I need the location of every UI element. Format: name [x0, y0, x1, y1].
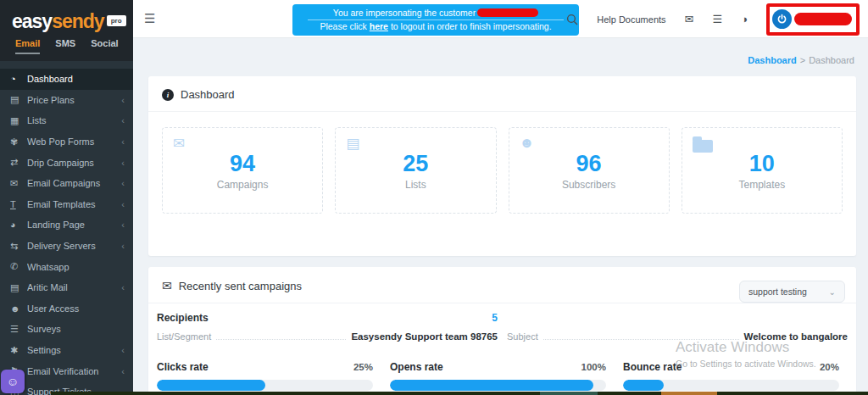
subject-row: Subject Welcome to bangalore: [507, 331, 848, 351]
details-left-column: Recipients 5 List/Segment Easysendy Supp…: [157, 312, 498, 351]
tab-sms[interactable]: SMS: [55, 38, 75, 54]
redacted-customer-name: [477, 8, 538, 17]
mail-icon[interactable]: ✉: [685, 14, 694, 25]
stat-value: 94: [163, 152, 322, 177]
help-documents-link[interactable]: Help Documents: [597, 14, 665, 25]
sidebar-item-user-access[interactable]: ☻ User Access: [0, 298, 133, 320]
top-header: ☰ You are impersonating the customer Ple…: [133, 0, 868, 38]
stat-label: Subscribers: [509, 179, 669, 191]
pro-badge: pro: [107, 15, 126, 26]
annotation-highlight-box: [766, 3, 860, 36]
sidebar-item-email-templates[interactable]: T Email Templates ‹: [0, 194, 133, 215]
header-actions: Help Documents ✉ ☰ ◑: [566, 0, 868, 38]
dashboard-icon: ◔: [10, 74, 27, 84]
sidebar-item-label: Settings: [27, 345, 121, 355]
chat-widget-button[interactable]: ☺: [1, 370, 25, 393]
price-plans-icon: ▤: [10, 94, 27, 105]
stat-campaigns[interactable]: ✉ 94 Campaigns: [162, 127, 323, 214]
clicks-rate-fill: [157, 380, 265, 391]
breadcrumb-current: Dashboard: [809, 55, 854, 65]
bounce-rate-value: 20%: [820, 362, 839, 372]
stats-row: ✉ 94 Campaigns ▤ 25 Lists ☻ 96 Subscribe…: [148, 112, 856, 229]
opens-rate-fill: [390, 380, 593, 391]
main-content: Dashboard>Dashboard i Dashboard ✉ 94 Cam…: [133, 38, 868, 395]
subject-value: Welcome to bangalore: [744, 331, 848, 342]
recipients-value[interactable]: 5: [492, 312, 498, 324]
activity-list-icon[interactable]: ☰: [712, 14, 722, 25]
stat-label: Lists: [336, 179, 495, 191]
logo-block: easysendypro Email SMS Social: [0, 0, 133, 61]
opens-rate-bar: [390, 380, 606, 391]
brand-logo[interactable]: easysendypro: [0, 7, 133, 35]
bounce-rate-label: Bounce rate: [623, 361, 682, 373]
opens-rate-block: Opens rate 100%: [390, 361, 606, 391]
hamburger-menu-icon[interactable]: ☰: [144, 11, 155, 26]
brand-name-suffix: sendy: [52, 10, 103, 32]
sidebar-item-label: Web Pop Forms: [27, 136, 121, 147]
sidebar-item-label: Email Verification: [27, 366, 121, 376]
envelope-icon: ✉: [173, 135, 185, 153]
tab-email[interactable]: Email: [15, 38, 40, 54]
aritic-mail-icon: ▤: [10, 282, 27, 293]
stat-lists[interactable]: ▤ 25 Lists: [335, 127, 496, 214]
email-campaigns-icon: ✉: [10, 178, 27, 189]
chevron-left-icon: ‹: [121, 282, 125, 292]
taskbar-edge-strip: [51, 392, 868, 395]
chevron-left-icon: ‹: [121, 158, 125, 168]
sidebar-item-label: Aritic Mail: [27, 282, 121, 292]
bounce-rate-block: Bounce rate 20%: [623, 361, 839, 391]
banner-line1: You are impersonating the customer: [292, 7, 579, 19]
tab-social[interactable]: Social: [91, 38, 118, 54]
chevron-left-icon: ‹: [121, 199, 125, 209]
sidebar-item-whatsapp[interactable]: ✆ Whatsapp: [0, 256, 133, 277]
sidebar-item-dashboard[interactable]: ◔ Dashboard: [0, 69, 133, 90]
clicks-rate-bar: [157, 380, 373, 391]
sidebar-item-label: Lists: [27, 115, 121, 125]
search-icon[interactable]: [566, 14, 578, 25]
sidebar-item-label: Landing Page: [27, 220, 121, 230]
envelope-icon: ✉: [162, 279, 172, 292]
contrast-toggle-icon[interactable]: ◑: [741, 14, 748, 25]
campaign-filter-select[interactable]: support testing ⌄: [739, 281, 845, 303]
sidebar-item-web-pop-forms[interactable]: ✾ Web Pop Forms ‹: [0, 131, 133, 153]
taskbar-segment: [540, 392, 598, 395]
sidebar-item-settings[interactable]: ✱ Settings ‹: [0, 340, 133, 361]
opens-rate-label: Opens rate: [390, 361, 443, 373]
list-segment-label: List/Segment: [157, 331, 211, 342]
power-logout-icon[interactable]: [772, 9, 792, 29]
clicks-rate-block: Clicks rate 25%: [157, 361, 373, 391]
list-segment-row: List/Segment Easysendy Support team 9876…: [157, 331, 498, 351]
breadcrumb: Dashboard>Dashboard: [748, 55, 854, 65]
sidebar-item-landing-page[interactable]: ◕ Landing Page ‹: [0, 214, 133, 236]
stat-value: 96: [509, 152, 669, 177]
sidebar-item-label: Delivery Servers: [27, 241, 121, 251]
chevron-left-icon: ‹: [121, 241, 125, 251]
chevron-down-icon: ⌄: [829, 287, 836, 297]
sidebar-item-surveys[interactable]: ☰ Surveys: [0, 319, 133, 340]
breadcrumb-dashboard-link[interactable]: Dashboard: [748, 55, 796, 65]
sidebar: easysendypro Email SMS Social ◔ Dashboar…: [0, 0, 133, 395]
clicks-rate-value: 25%: [353, 362, 373, 372]
channel-tabs: Email SMS Social: [0, 35, 133, 54]
sidebar-item-delivery-servers[interactable]: ⇆ Delivery Servers ‹: [0, 236, 133, 257]
clicks-rate-label: Clicks rate: [157, 361, 209, 373]
stat-templates[interactable]: 10 Templates: [682, 127, 843, 214]
sidebar-item-label: Whatsapp: [27, 262, 125, 272]
redacted-account-name: [794, 13, 852, 25]
bounce-rate-fill: [623, 380, 664, 391]
sidebar-item-aritic-mail[interactable]: ▤ Aritic Mail ‹: [0, 277, 133, 298]
sidebar-item-drip-campaigns[interactable]: ⇄ Drip Campaigns ‹: [0, 152, 133, 173]
subject-label: Subject: [507, 331, 538, 342]
sidebar-item-lists[interactable]: ▦ Lists ‹: [0, 110, 133, 131]
sidebar-item-label: Dashboard: [27, 74, 125, 84]
section-title: Recently sent campaigns: [179, 280, 302, 292]
sidebar-item-label: Email Templates: [27, 199, 121, 209]
logout-here-link[interactable]: here: [370, 21, 388, 31]
sidebar-item-label: Drip Campaigns: [27, 158, 121, 168]
sidebar-item-email-campaigns[interactable]: ✉ Email Campaigns ‹: [0, 173, 133, 194]
info-icon: i: [162, 89, 174, 101]
stat-subscribers[interactable]: ☻ 96 Subscribers: [509, 127, 670, 214]
sidebar-item-price-plans[interactable]: ▤ Price Plans ‹: [0, 90, 133, 111]
users-icon: ☻: [520, 135, 535, 152]
stat-value: 25: [336, 152, 495, 177]
